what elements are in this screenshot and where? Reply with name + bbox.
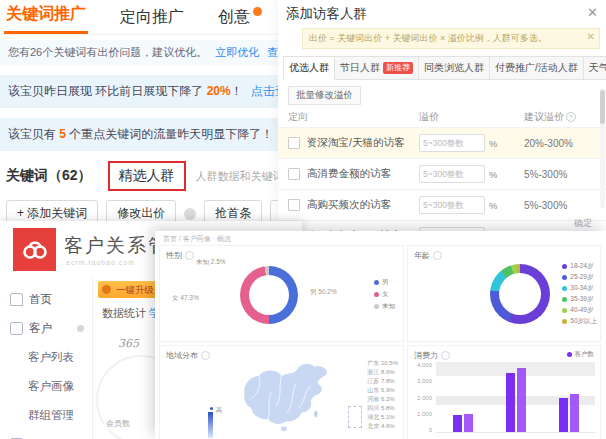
- tab-paid-activity-crowd[interactable]: 付费推广/活动人群: [489, 56, 584, 80]
- close-icon[interactable]: ✕: [587, 31, 595, 42]
- callout-unknown: 未知 2.5%: [196, 258, 226, 267]
- bar: [464, 414, 473, 432]
- tab-weather-crowd[interactable]: 天气人群: [583, 56, 606, 80]
- info-icon[interactable]: [433, 251, 442, 260]
- premium-input[interactable]: [419, 134, 485, 152]
- region-card: 地域分布 广东 10.5%浙江 8.6%江苏 7.8%山东 6.9%河南 6.2…: [159, 345, 404, 439]
- modal-title: 添加访客人群 ✕: [278, 0, 606, 25]
- tab-creative[interactable]: 创意: [216, 1, 264, 34]
- region-item: 河南 6.2%: [367, 395, 398, 404]
- breadcrumb: 首页 / 客户画像 · 概况: [163, 234, 231, 244]
- tab-similar-browse-crowd[interactable]: 同类浏览人群: [418, 56, 490, 80]
- region-item: 浙江 8.6%: [367, 368, 398, 377]
- legend-item: 40-49岁: [562, 306, 597, 315]
- scrollbar[interactable]: [600, 88, 605, 208]
- legend-item: 30-34岁: [562, 284, 597, 293]
- bar-group: [559, 362, 579, 432]
- region-item: 江苏 7.8%: [367, 377, 398, 386]
- legend-item: 未知: [374, 302, 395, 311]
- row-checkbox[interactable]: [288, 137, 300, 149]
- y-tick: 3,000: [417, 378, 432, 384]
- legend-item: 女: [374, 290, 395, 299]
- scrollbar-thumb[interactable]: [600, 90, 605, 124]
- china-map[interactable]: [226, 358, 344, 438]
- tab-keyword-promotion[interactable]: 关键词推广: [4, 0, 88, 34]
- sidebar-item-home[interactable]: 首页: [0, 285, 92, 314]
- notification-dot-icon: [253, 7, 262, 16]
- bar: [517, 368, 526, 432]
- bar: [570, 394, 579, 432]
- tab-festival-crowd[interactable]: 节日人群新推荐: [334, 56, 419, 80]
- region-rank-list: 广东 10.5%浙江 8.6%江苏 7.8%山东 6.9%河南 6.2%四川 5…: [367, 359, 398, 431]
- region-item: 山东 6.9%: [367, 386, 398, 395]
- bid-formula-notice: 出价 = 关键词出价 + 关键词出价 × 溢价比例，人群可多选。 ✕: [302, 28, 600, 49]
- subtab-selected-crowd-annotated[interactable]: 精选人群: [108, 161, 186, 191]
- close-icon[interactable]: ✕: [587, 5, 598, 20]
- gender-card: 性别 未知 2.5% 女 47.3% 男 50.2% 男女未知: [159, 245, 404, 342]
- bulk-edit-premium-button[interactable]: 批量修改溢价: [288, 86, 361, 105]
- sidebar-item-group-management[interactable]: 群组管理: [0, 401, 92, 430]
- info-icon[interactable]: [441, 351, 450, 360]
- table-row: 高购买频次的访客 % 5%-300%: [278, 189, 606, 220]
- member-count-number: 365: [118, 337, 139, 350]
- customer-icon: [10, 322, 23, 335]
- promotion-tab-bar: 关键词推广 定向推广 创意: [0, 0, 306, 35]
- crowd-table-header: 定向 溢价 建议溢价?: [278, 105, 606, 127]
- confirm-button[interactable]: 确定: [574, 217, 592, 230]
- bar: [506, 373, 515, 433]
- sidebar-item-customer-profile[interactable]: 客户画像: [0, 372, 92, 401]
- premium-input[interactable]: [419, 196, 485, 214]
- sidebar-item-customer-list[interactable]: 客户列表: [0, 343, 92, 372]
- china-map-svg: [226, 358, 344, 438]
- header-target: 定向: [288, 110, 419, 124]
- legend-item: 35-39岁: [562, 295, 597, 304]
- legend-item: 25-29岁: [562, 273, 597, 282]
- consumption-card-title: 消费力: [414, 350, 450, 361]
- gender-legend: 男女未知: [374, 278, 395, 311]
- south-china-sea-inset: [348, 406, 362, 428]
- crm-logo: [13, 228, 56, 271]
- info-icon[interactable]: [185, 251, 194, 260]
- sidebar-item-members[interactable]: 会员: [0, 430, 92, 439]
- map-legend-high-label: 高: [216, 406, 222, 415]
- gender-donut-chart[interactable]: [240, 266, 298, 324]
- sidebar-item-customers[interactable]: 客户: [0, 314, 92, 343]
- legend-item: 男: [374, 278, 395, 287]
- map-legend-dot: [210, 407, 213, 410]
- region-card-title: 地域分布: [166, 350, 210, 361]
- tab-targeted-promotion[interactable]: 定向推广: [118, 1, 186, 34]
- info-icon[interactable]: [201, 351, 210, 360]
- y-tick: 2,000: [417, 395, 432, 401]
- stats-label[interactable]: 数据统计: [102, 306, 146, 321]
- bar-chart-plot[interactable]: [436, 362, 595, 433]
- suggested-range: 5%-300%: [524, 200, 596, 211]
- tab-preferred-crowd[interactable]: 优选人群: [283, 56, 335, 80]
- new-badge: 新推荐: [383, 62, 413, 74]
- legend-item: 50岁以上: [562, 317, 597, 326]
- row-checkbox[interactable]: [288, 168, 300, 180]
- header-premium: 溢价: [419, 110, 524, 124]
- help-icon[interactable]: [184, 208, 196, 220]
- crm-sidebar: 首页 客户 客户列表 客户画像 群组管理 会员: [0, 277, 93, 439]
- dashboard-cards: 性别 未知 2.5% 女 47.3% 男 50.2% 男女未知 年龄: [159, 245, 602, 439]
- question-icon[interactable]: ?: [566, 112, 576, 122]
- cloud-logo-icon: [20, 235, 50, 265]
- row-checkbox[interactable]: [288, 199, 300, 211]
- premium-input[interactable]: [419, 165, 485, 183]
- subtab-keywords[interactable]: 关键词（62）: [6, 167, 92, 185]
- legend-item: 18-24岁: [562, 262, 597, 271]
- suggested-range: 20%-300%: [524, 138, 596, 149]
- age-donut-chart[interactable]: [490, 264, 550, 324]
- table-row: 高消费金额的访客 % 5%-300%: [278, 158, 606, 189]
- y-axis-labels: 4,0003,0002,0001,0000: [408, 362, 434, 433]
- keyword-traffic-drop-notice: 该宝贝有 5 个重点关键词的流量昨天明显下降了！点击查看: [0, 118, 306, 151]
- bid-issue-notice: 您有26个关键词有出价问题，建议优化。立即优化查看全账户出价: [0, 40, 306, 65]
- screenshot-root: 关键词推广 定向推广 创意 您有26个关键词有出价问题，建议优化。立即优化查看全…: [0, 0, 606, 439]
- keyword-subtab-row: 关键词（62） 精选人群 人群数据和关键词数据部分数据重合: [0, 161, 306, 191]
- bar: [453, 415, 462, 432]
- member-count-caption: 会员数: [104, 418, 132, 429]
- optimize-now-link[interactable]: 立即优化: [215, 46, 259, 58]
- drop-percent: 20%: [207, 84, 231, 98]
- bar: [559, 398, 568, 432]
- y-tick: 1,000: [417, 411, 432, 417]
